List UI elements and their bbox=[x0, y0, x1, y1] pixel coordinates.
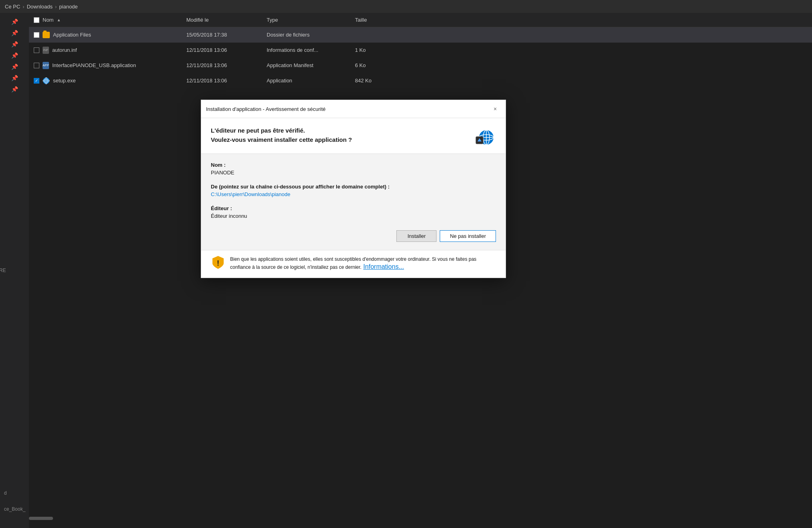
dialog-footer: ! Bien que les applications soient utile… bbox=[201, 250, 506, 278]
svg-text:!: ! bbox=[217, 259, 219, 267]
dialog-body: Nom : PIANODE De (pointez sur la chaîne … bbox=[201, 154, 506, 250]
footer-text-block: Bien que les applications soient utiles,… bbox=[230, 255, 496, 271]
dialog-warning-block: L'éditeur ne peut pas être vérifié. Voul… bbox=[211, 126, 352, 144]
field-editor: Éditeur : Éditeur inconnu bbox=[211, 205, 496, 219]
field-from: De (pointez sur la chaîne ci-dessous pou… bbox=[211, 184, 496, 197]
security-dialog: Installation d'application - Avertisseme… bbox=[201, 100, 506, 278]
dialog-header: L'éditeur ne peut pas être vérifié. Voul… bbox=[201, 118, 506, 154]
from-label: De (pointez sur la chaîne ci-dessous pou… bbox=[211, 184, 496, 190]
dialog-buttons: Installer Ne pas installer bbox=[211, 225, 496, 242]
editor-label: Éditeur : bbox=[211, 205, 496, 211]
no-install-button[interactable]: Ne pas installer bbox=[440, 230, 496, 242]
dialog-overlay: Installation d'application - Avertisseme… bbox=[0, 0, 812, 528]
footer-text: Bien que les applications soient utiles,… bbox=[230, 256, 476, 270]
close-button[interactable]: × bbox=[490, 103, 501, 115]
dialog-title: Installation d'application - Avertisseme… bbox=[206, 106, 326, 112]
warning-line-2: Voulez-vous vraiment installer cette app… bbox=[211, 135, 352, 145]
field-name: Nom : PIANODE bbox=[211, 162, 496, 176]
warning-line-1: L'éditeur ne peut pas être vérifié. bbox=[211, 126, 352, 135]
footer-link[interactable]: Informations... bbox=[363, 263, 404, 270]
dialog-titlebar: Installation d'application - Avertisseme… bbox=[201, 100, 506, 118]
globe-icon bbox=[475, 126, 496, 147]
from-value[interactable]: C:\Users\pierr\Downloads\pianode bbox=[211, 191, 496, 197]
editor-value: Éditeur inconnu bbox=[211, 213, 496, 219]
install-button[interactable]: Installer bbox=[396, 230, 437, 242]
name-value: PIANODE bbox=[211, 170, 496, 176]
name-label: Nom : bbox=[211, 162, 496, 168]
warning-shield-icon: ! bbox=[211, 255, 225, 270]
